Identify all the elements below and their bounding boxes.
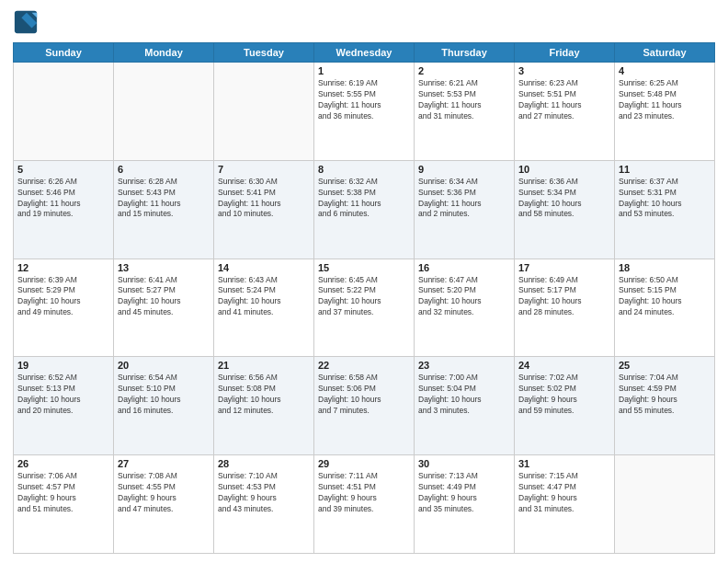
- calendar-body: 1Sunrise: 6:19 AMSunset: 5:55 PMDaylight…: [14, 63, 715, 554]
- calendar-cell: 26Sunrise: 7:06 AMSunset: 4:57 PMDayligh…: [14, 455, 114, 554]
- calendar-cell: [615, 455, 715, 554]
- day-number: 6: [118, 164, 210, 175]
- day-number: 21: [218, 360, 310, 371]
- cell-content: Sunrise: 7:06 AMSunset: 4:57 PMDaylight:…: [17, 471, 109, 515]
- cell-content: Sunrise: 6:19 AMSunset: 5:55 PMDaylight:…: [318, 78, 410, 122]
- cell-content: Sunrise: 7:11 AMSunset: 4:51 PMDaylight:…: [318, 471, 410, 515]
- day-number: 15: [318, 262, 410, 273]
- day-number: 26: [17, 458, 109, 469]
- calendar-cell: 3Sunrise: 6:23 AMSunset: 5:51 PMDaylight…: [515, 63, 615, 161]
- cell-content: Sunrise: 7:00 AMSunset: 5:04 PMDaylight:…: [418, 373, 510, 417]
- cell-content: Sunrise: 7:04 AMSunset: 4:59 PMDaylight:…: [619, 373, 711, 417]
- calendar-cell: 11Sunrise: 6:37 AMSunset: 5:31 PMDayligh…: [615, 160, 715, 259]
- cell-content: Sunrise: 6:26 AMSunset: 5:46 PMDaylight:…: [17, 177, 109, 221]
- cell-content: Sunrise: 7:15 AMSunset: 4:47 PMDaylight:…: [518, 471, 610, 515]
- day-number: 5: [17, 164, 109, 175]
- day-number: 29: [318, 458, 410, 469]
- calendar-cell: 14Sunrise: 6:43 AMSunset: 5:24 PMDayligh…: [214, 259, 314, 357]
- day-number: 11: [619, 164, 711, 175]
- calendar-week-2: 5Sunrise: 6:26 AMSunset: 5:46 PMDaylight…: [14, 160, 715, 259]
- cell-content: Sunrise: 6:28 AMSunset: 5:43 PMDaylight:…: [118, 177, 210, 221]
- cell-content: Sunrise: 6:30 AMSunset: 5:41 PMDaylight:…: [218, 177, 310, 221]
- day-header-wednesday: Wednesday: [314, 43, 415, 63]
- cell-content: Sunrise: 6:25 AMSunset: 5:48 PMDaylight:…: [619, 78, 711, 122]
- page-container: SundayMondayTuesdayWednesdayThursdayFrid…: [0, 0, 728, 563]
- calendar-cell: 1Sunrise: 6:19 AMSunset: 5:55 PMDaylight…: [314, 63, 415, 161]
- cell-content: Sunrise: 6:52 AMSunset: 5:13 PMDaylight:…: [17, 373, 109, 417]
- day-number: 31: [518, 458, 610, 469]
- calendar-cell: 29Sunrise: 7:11 AMSunset: 4:51 PMDayligh…: [314, 455, 415, 554]
- calendar-cell: 7Sunrise: 6:30 AMSunset: 5:41 PMDaylight…: [214, 160, 314, 259]
- calendar-cell: 16Sunrise: 6:47 AMSunset: 5:20 PMDayligh…: [415, 259, 515, 357]
- day-number: 10: [518, 164, 610, 175]
- cell-content: Sunrise: 6:32 AMSunset: 5:38 PMDaylight:…: [318, 177, 410, 221]
- cell-content: Sunrise: 6:21 AMSunset: 5:53 PMDaylight:…: [418, 78, 510, 122]
- calendar-cell: 21Sunrise: 6:56 AMSunset: 5:08 PMDayligh…: [214, 357, 314, 455]
- day-header-tuesday: Tuesday: [214, 43, 314, 63]
- cell-content: Sunrise: 7:13 AMSunset: 4:49 PMDaylight:…: [418, 471, 510, 515]
- day-header-monday: Monday: [114, 43, 214, 63]
- calendar-cell: 13Sunrise: 6:41 AMSunset: 5:27 PMDayligh…: [114, 259, 214, 357]
- calendar-cell: 4Sunrise: 6:25 AMSunset: 5:48 PMDaylight…: [615, 63, 715, 161]
- cell-content: Sunrise: 6:43 AMSunset: 5:24 PMDaylight:…: [218, 275, 310, 319]
- cell-content: Sunrise: 6:49 AMSunset: 5:17 PMDaylight:…: [518, 275, 610, 319]
- cell-content: Sunrise: 6:45 AMSunset: 5:22 PMDaylight:…: [318, 275, 410, 319]
- cell-content: Sunrise: 6:58 AMSunset: 5:06 PMDaylight:…: [318, 373, 410, 417]
- cell-content: Sunrise: 6:37 AMSunset: 5:31 PMDaylight:…: [619, 177, 711, 221]
- calendar-cell: 17Sunrise: 6:49 AMSunset: 5:17 PMDayligh…: [515, 259, 615, 357]
- day-number: 25: [619, 360, 711, 371]
- calendar-cell: 24Sunrise: 7:02 AMSunset: 5:02 PMDayligh…: [515, 357, 615, 455]
- day-number: 22: [318, 360, 410, 371]
- calendar-cell: [14, 63, 114, 161]
- calendar-cell: 8Sunrise: 6:32 AMSunset: 5:38 PMDaylight…: [314, 160, 415, 259]
- day-number: 28: [218, 458, 310, 469]
- day-header-friday: Friday: [515, 43, 615, 63]
- calendar-cell: 23Sunrise: 7:00 AMSunset: 5:04 PMDayligh…: [415, 357, 515, 455]
- day-number: 7: [218, 164, 310, 175]
- day-number: 18: [619, 262, 711, 273]
- calendar-table: SundayMondayTuesdayWednesdayThursdayFrid…: [13, 42, 715, 554]
- calendar-week-4: 19Sunrise: 6:52 AMSunset: 5:13 PMDayligh…: [14, 357, 715, 455]
- calendar-cell: 25Sunrise: 7:04 AMSunset: 4:59 PMDayligh…: [615, 357, 715, 455]
- day-number: 14: [218, 262, 310, 273]
- calendar-cell: 12Sunrise: 6:39 AMSunset: 5:29 PMDayligh…: [14, 259, 114, 357]
- calendar-cell: 9Sunrise: 6:34 AMSunset: 5:36 PMDaylight…: [415, 160, 515, 259]
- calendar-cell: 27Sunrise: 7:08 AMSunset: 4:55 PMDayligh…: [114, 455, 214, 554]
- calendar-week-5: 26Sunrise: 7:06 AMSunset: 4:57 PMDayligh…: [14, 455, 715, 554]
- day-number: 27: [118, 458, 210, 469]
- day-number: 30: [418, 458, 510, 469]
- day-number: 4: [619, 65, 711, 76]
- day-number: 23: [418, 360, 510, 371]
- day-number: 20: [118, 360, 210, 371]
- day-number: 24: [518, 360, 610, 371]
- cell-content: Sunrise: 7:10 AMSunset: 4:53 PMDaylight:…: [218, 471, 310, 515]
- logo-icon: [13, 9, 39, 35]
- cell-content: Sunrise: 6:56 AMSunset: 5:08 PMDaylight:…: [218, 373, 310, 417]
- day-number: 13: [118, 262, 210, 273]
- calendar-cell: [214, 63, 314, 161]
- calendar-cell: 10Sunrise: 6:36 AMSunset: 5:34 PMDayligh…: [515, 160, 615, 259]
- cell-content: Sunrise: 7:02 AMSunset: 5:02 PMDaylight:…: [518, 373, 610, 417]
- day-number: 2: [418, 65, 510, 76]
- calendar-header-row: SundayMondayTuesdayWednesdayThursdayFrid…: [14, 43, 715, 63]
- calendar-cell: 22Sunrise: 6:58 AMSunset: 5:06 PMDayligh…: [314, 357, 415, 455]
- cell-content: Sunrise: 6:54 AMSunset: 5:10 PMDaylight:…: [118, 373, 210, 417]
- cell-content: Sunrise: 7:08 AMSunset: 4:55 PMDaylight:…: [118, 471, 210, 515]
- day-header-thursday: Thursday: [415, 43, 515, 63]
- day-number: 16: [418, 262, 510, 273]
- cell-content: Sunrise: 6:50 AMSunset: 5:15 PMDaylight:…: [619, 275, 711, 319]
- calendar-cell: 19Sunrise: 6:52 AMSunset: 5:13 PMDayligh…: [14, 357, 114, 455]
- calendar-week-3: 12Sunrise: 6:39 AMSunset: 5:29 PMDayligh…: [14, 259, 715, 357]
- logo: [13, 9, 42, 35]
- calendar-cell: 28Sunrise: 7:10 AMSunset: 4:53 PMDayligh…: [214, 455, 314, 554]
- day-number: 3: [518, 65, 610, 76]
- day-number: 9: [418, 164, 510, 175]
- calendar-week-1: 1Sunrise: 6:19 AMSunset: 5:55 PMDaylight…: [14, 63, 715, 161]
- calendar-cell: 30Sunrise: 7:13 AMSunset: 4:49 PMDayligh…: [415, 455, 515, 554]
- day-number: 19: [17, 360, 109, 371]
- calendar-cell: [114, 63, 214, 161]
- cell-content: Sunrise: 6:41 AMSunset: 5:27 PMDaylight:…: [118, 275, 210, 319]
- calendar-cell: 31Sunrise: 7:15 AMSunset: 4:47 PMDayligh…: [515, 455, 615, 554]
- cell-content: Sunrise: 6:39 AMSunset: 5:29 PMDaylight:…: [17, 275, 109, 319]
- day-number: 17: [518, 262, 610, 273]
